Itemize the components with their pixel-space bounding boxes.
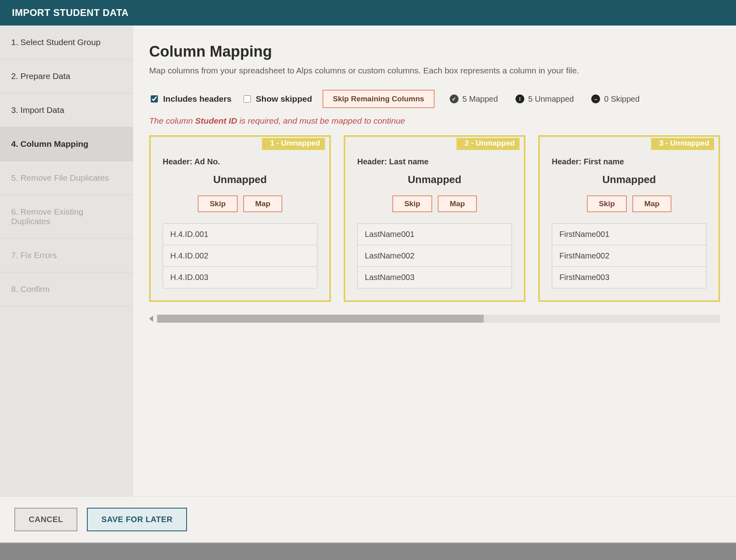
save-for-later-button[interactable]: SAVE FOR LATER bbox=[87, 508, 187, 531]
scrollbar-track[interactable] bbox=[157, 315, 720, 323]
import-student-data-dialog: IMPORT STUDENT DATA 1. Select Student Gr… bbox=[0, 0, 736, 542]
column-card-2: 2 - Unmapped Header: Last name Unmapped … bbox=[344, 135, 525, 302]
required-field-name: Student ID bbox=[195, 116, 237, 125]
step-confirm: 8. Confirm bbox=[0, 272, 133, 306]
sample-row: FirstName002 bbox=[552, 245, 706, 267]
map-button[interactable]: Map bbox=[243, 195, 282, 212]
skipped-stat: 0 Skipped bbox=[591, 95, 640, 104]
includes-headers-checkbox-wrap[interactable]: Includes headers bbox=[149, 94, 232, 104]
horizontal-scrollbar[interactable] bbox=[149, 315, 720, 323]
scrollbar-thumb[interactable] bbox=[157, 315, 484, 323]
sample-row: FirstName001 bbox=[552, 224, 706, 245]
show-skipped-checkbox-wrap[interactable]: Show skipped bbox=[242, 94, 312, 104]
controls-row: Includes headers Show skipped Skip Remai… bbox=[149, 90, 720, 108]
step-remove-existing-duplicates: 6. Remove Existing Duplicates bbox=[0, 195, 133, 239]
exclamation-circle-icon bbox=[516, 95, 524, 103]
sample-row: LastName003 bbox=[358, 267, 512, 288]
card-status: Unmapped bbox=[552, 174, 706, 186]
card-header-label: Header: First name bbox=[552, 157, 706, 166]
column-cards-container: 1 - Unmapped Header: Ad No. Unmapped Ski… bbox=[149, 135, 720, 323]
skip-button[interactable]: Skip bbox=[392, 195, 432, 212]
main-content: Column Mapping Map columns from your spr… bbox=[133, 26, 736, 496]
includes-headers-checkbox[interactable] bbox=[151, 95, 158, 103]
step-import-data[interactable]: 3. Import Data bbox=[0, 93, 133, 127]
map-button[interactable]: Map bbox=[632, 195, 671, 212]
skip-remaining-columns-button[interactable]: Skip Remaining Columns bbox=[323, 90, 435, 108]
mapped-stat: 5 Mapped bbox=[450, 95, 498, 104]
card-tag-text: 2 - Unmapped bbox=[457, 138, 520, 150]
step-fix-errors: 7. Fix Errors bbox=[0, 239, 133, 272]
scroll-left-arrow-icon[interactable] bbox=[149, 315, 153, 322]
sample-row: FirstName003 bbox=[552, 267, 706, 288]
mapping-stats: 5 Mapped 5 Unmapped 0 Skipped bbox=[450, 95, 640, 104]
mapped-count-text: 5 Mapped bbox=[462, 95, 498, 104]
card-tag: 2 - Unmapped bbox=[345, 137, 524, 152]
card-header-label: Header: Ad No. bbox=[163, 157, 317, 166]
includes-headers-label: Includes headers bbox=[163, 94, 232, 104]
step-column-mapping[interactable]: 4. Column Mapping bbox=[0, 127, 133, 161]
column-cards: 1 - Unmapped Header: Ad No. Unmapped Ski… bbox=[149, 135, 720, 312]
show-skipped-label: Show skipped bbox=[256, 94, 312, 104]
sample-row: H.4.ID.003 bbox=[163, 267, 317, 288]
map-button[interactable]: Map bbox=[438, 195, 477, 212]
dialog-footer: CANCEL SAVE FOR LATER bbox=[0, 496, 736, 542]
card-tag-text: 3 - Unmapped bbox=[651, 138, 714, 150]
wizard-steps-sidebar: 1. Select Student Group 2. Prepare Data … bbox=[0, 26, 133, 496]
required-field-message: The column Student ID is required, and m… bbox=[149, 116, 720, 126]
column-card-3: 3 - Unmapped Header: First name Unmapped… bbox=[538, 135, 720, 302]
skip-button[interactable]: Skip bbox=[198, 195, 238, 212]
card-status: Unmapped bbox=[357, 174, 512, 186]
sample-row: LastName002 bbox=[358, 245, 512, 267]
page-title: Column Mapping bbox=[149, 43, 720, 60]
sample-data-table: FirstName001 FirstName002 FirstName003 bbox=[552, 223, 706, 288]
required-suffix: is required, and must be mapped to conti… bbox=[237, 116, 405, 125]
card-tag: 3 - Unmapped bbox=[540, 137, 718, 152]
skipped-count-text: 0 Skipped bbox=[604, 95, 640, 104]
card-tag: 1 - Unmapped bbox=[151, 137, 329, 152]
step-remove-file-duplicates: 5. Remove File Duplicates bbox=[0, 161, 133, 195]
check-circle-icon bbox=[450, 95, 459, 103]
show-skipped-checkbox[interactable] bbox=[244, 95, 251, 103]
sample-row: H.4.ID.002 bbox=[163, 245, 317, 267]
card-header-label: Header: Last name bbox=[357, 157, 512, 166]
dialog-body: 1. Select Student Group 2. Prepare Data … bbox=[0, 26, 736, 496]
sample-data-table: H.4.ID.001 H.4.ID.002 H.4.ID.003 bbox=[163, 223, 317, 288]
card-status: Unmapped bbox=[163, 174, 317, 186]
column-card-1: 1 - Unmapped Header: Ad No. Unmapped Ski… bbox=[149, 135, 331, 302]
step-select-student-group[interactable]: 1. Select Student Group bbox=[0, 26, 133, 59]
required-prefix: The column bbox=[149, 116, 195, 125]
sample-row: H.4.ID.001 bbox=[163, 224, 317, 245]
unmapped-count-text: 5 Unmapped bbox=[528, 95, 574, 104]
card-tag-text: 1 - Unmapped bbox=[262, 138, 325, 150]
sample-row: LastName001 bbox=[358, 224, 512, 245]
cancel-button[interactable]: CANCEL bbox=[14, 508, 77, 531]
dialog-title: IMPORT STUDENT DATA bbox=[0, 0, 736, 26]
step-prepare-data[interactable]: 2. Prepare Data bbox=[0, 59, 133, 93]
skip-button[interactable]: Skip bbox=[587, 195, 627, 212]
minus-circle-icon bbox=[591, 95, 600, 103]
unmapped-stat: 5 Unmapped bbox=[516, 95, 574, 104]
page-subtitle: Map columns from your spreadsheet to Alp… bbox=[149, 66, 720, 75]
sample-data-table: LastName001 LastName002 LastName003 bbox=[357, 223, 512, 288]
